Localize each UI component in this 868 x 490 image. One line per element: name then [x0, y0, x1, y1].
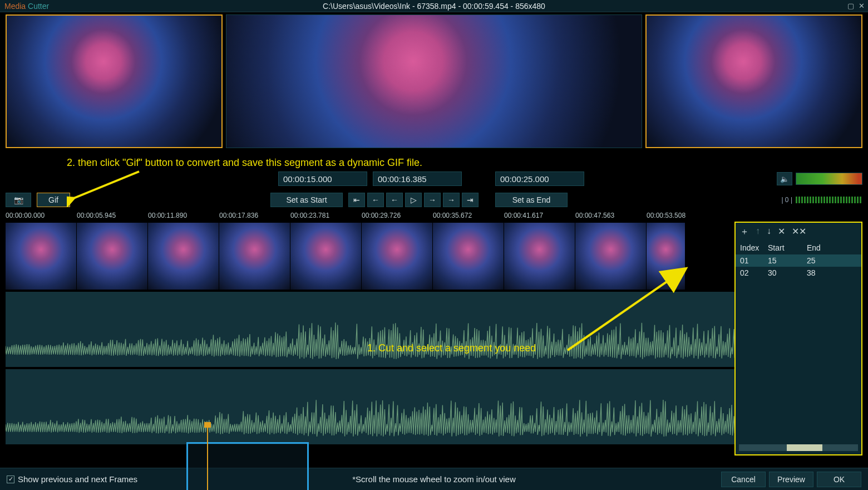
cell-index: 02	[740, 268, 768, 277]
close-icon[interactable]: ✕	[859, 2, 865, 10]
screenshot-button[interactable]: 📷	[6, 193, 31, 207]
annotation-arrow-2	[67, 168, 145, 207]
mute-button[interactable]: 🔈	[777, 172, 792, 185]
ruler-tick: 00:00:47.563	[575, 212, 647, 222]
app-name: Media Cutter	[4, 2, 49, 11]
checkbox-label: Show previous and next Frames	[18, 474, 137, 484]
preview-row	[6, 14, 862, 148]
thumb	[362, 223, 433, 290]
cell-index: 01	[740, 256, 768, 265]
annotation-arrow-1	[562, 264, 696, 359]
maximize-icon[interactable]: ▢	[847, 2, 854, 10]
gif-button[interactable]: Gif	[37, 193, 70, 207]
transport-group: ⇤ ← ← ▷ → → ⇥	[348, 193, 479, 207]
cell-start: 30	[768, 268, 807, 277]
current-time-field[interactable]: 00:00:16.385	[373, 171, 462, 186]
set-start-button[interactable]: Set as Start	[270, 193, 343, 207]
segment-row[interactable]: 02 30 38	[736, 267, 861, 279]
checkbox-icon: ✓	[7, 476, 14, 483]
timeline-ruler: 00:00:00.000 00:00:05.945 00:00:11.890 0…	[6, 212, 862, 222]
cell-end: 38	[807, 268, 840, 277]
window-controls: ▢ ✕	[847, 2, 865, 10]
clear-segments-button[interactable]: ✕✕	[792, 226, 806, 238]
cell-end: 25	[807, 256, 840, 265]
step-back-far-button[interactable]: ←	[367, 193, 384, 207]
thumb	[433, 223, 504, 290]
step-fwd-button[interactable]: →	[424, 193, 441, 207]
ruler-tick: 00:00:23.781	[290, 212, 362, 222]
segment-row[interactable]: 01 15 25	[736, 254, 861, 267]
ruler-tick: 00:00:11.890	[148, 212, 219, 222]
scrollbar-thumb[interactable]	[787, 444, 822, 451]
window-title: C:\Users\asus\Videos\Ink - 67358.mp4 - 0…	[323, 2, 545, 11]
ruler-tick: 00:00:17.836	[219, 212, 290, 222]
ok-button[interactable]: OK	[817, 472, 861, 487]
goto-start-button[interactable]: ⇤	[348, 193, 365, 207]
preview-prev-frame	[6, 14, 223, 148]
thumb	[6, 223, 77, 290]
set-end-button[interactable]: Set as End	[495, 193, 568, 207]
level-label: | 0 |	[781, 196, 792, 204]
segment-toolbar: ＋ ↑ ↓ ✕ ✕✕	[736, 223, 861, 241]
volume-meter	[796, 173, 862, 185]
start-time-field[interactable]: 00:00:15.000	[278, 171, 367, 186]
move-down-button[interactable]: ↓	[767, 226, 771, 238]
ruler-tick: 00:00:00.000	[6, 212, 77, 222]
camera-icon: 📷	[14, 195, 23, 204]
step-fwd-far-button[interactable]: →	[443, 193, 460, 207]
col-end: End	[807, 243, 840, 252]
speaker-icon: 🔈	[780, 175, 789, 183]
level-bars	[796, 197, 862, 203]
preview-next-frame	[645, 14, 862, 148]
preview-current-frame	[226, 14, 642, 148]
segment-panel: ＋ ↑ ↓ ✕ ✕✕ Index Start End 01 15 25 02 3…	[734, 222, 862, 455]
add-segment-button[interactable]: ＋	[740, 226, 749, 238]
footer: ✓ Show previous and next Frames *Scroll …	[0, 468, 868, 490]
svg-line-1	[568, 270, 684, 350]
playhead[interactable]	[207, 425, 208, 490]
ruler-tick: 00:00:41.617	[504, 212, 575, 222]
waveform-left[interactable]	[6, 292, 862, 367]
app-name-cutter: Cutter	[26, 2, 49, 11]
timeline[interactable]: 00:00:00.000 00:00:05.945 00:00:11.890 0…	[6, 212, 862, 444]
play-pause-button[interactable]: ▷	[405, 193, 422, 207]
thumb	[290, 223, 362, 290]
volume-area: 🔈	[777, 172, 862, 185]
thumb	[148, 223, 219, 290]
annotation-step2: 2. then click "Gif" button to convert an…	[67, 157, 422, 169]
col-index: Index	[740, 243, 768, 252]
footer-hint: *Scroll the mouse wheel to zoom in/out v…	[352, 474, 515, 484]
end-time-field[interactable]: 00:00:25.000	[495, 171, 584, 186]
level-indicator: | 0 |	[781, 196, 862, 204]
footer-buttons: Cancel Preview OK	[721, 472, 861, 487]
thumbnail-strip[interactable]	[6, 223, 862, 290]
col-start: Start	[768, 243, 807, 252]
goto-end-button[interactable]: ⇥	[462, 193, 479, 207]
cell-start: 15	[768, 256, 807, 265]
ruler-tick: 00:00:53.508	[647, 212, 718, 222]
preview-button[interactable]: Preview	[769, 472, 813, 487]
ruler-tick: 00:00:05.945	[77, 212, 148, 222]
thumb	[77, 223, 148, 290]
selection-marker[interactable]	[186, 442, 309, 490]
delete-segment-button[interactable]: ✕	[778, 226, 785, 238]
ruler-tick: 00:00:29.726	[362, 212, 433, 222]
ruler-tick: 00:00:35.672	[433, 212, 504, 222]
move-up-button[interactable]: ↑	[756, 226, 760, 238]
app-name-media: Media	[4, 2, 26, 11]
svg-line-0	[72, 171, 139, 199]
segment-scrollbar[interactable]	[739, 444, 858, 451]
thumb	[219, 223, 290, 290]
cancel-button[interactable]: Cancel	[721, 472, 766, 487]
segment-headers: Index Start End	[736, 241, 861, 254]
annotation-step1: 1. Cut and select a segment you need	[367, 342, 536, 354]
waveform-right[interactable]	[6, 369, 862, 444]
titlebar: Media Cutter C:\Users\asus\Videos\Ink - …	[0, 0, 868, 12]
show-frames-checkbox[interactable]: ✓ Show previous and next Frames	[7, 474, 137, 484]
step-back-button[interactable]: ←	[386, 193, 403, 207]
